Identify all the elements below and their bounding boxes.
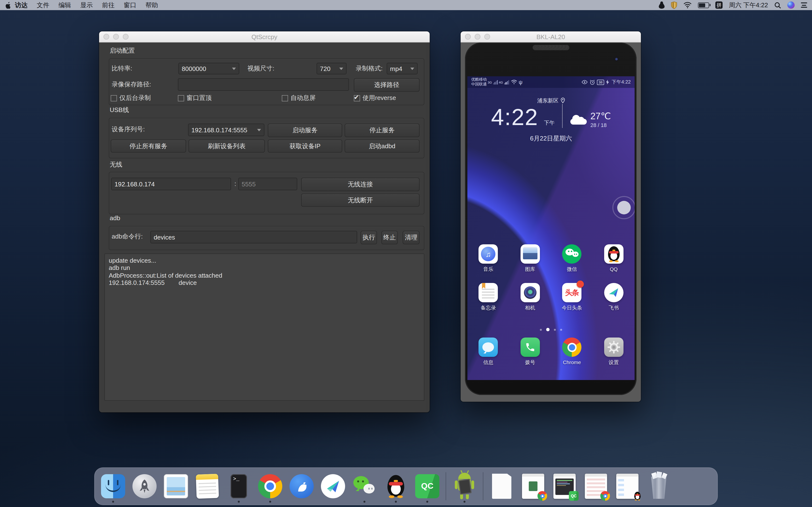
battery-percent: 38	[597, 79, 604, 85]
get-device-ip-button[interactable]: 获取设备IP	[268, 139, 342, 153]
siri-icon[interactable]	[788, 1, 795, 9]
camera-icon	[520, 283, 540, 302]
ip-port-separator: :	[235, 179, 236, 189]
dock-finder-icon[interactable]	[100, 471, 126, 501]
qtscrcpy-titlebar[interactable]: QtScrcpy	[99, 32, 430, 43]
menu-bar-clock[interactable]: 周六 下午4:22	[729, 1, 768, 9]
zoom-button[interactable]	[484, 34, 490, 40]
dock-minimized-qt-creator-window[interactable]: QC	[552, 471, 577, 501]
start-adbd-button[interactable]: 启动adbd	[345, 139, 419, 153]
app-label: 微信	[567, 266, 577, 273]
checkbox-use-reverse[interactable]: 使用reverse	[354, 94, 396, 102]
app-menus: 访达 文件 编辑 显示 前往 窗口 帮助	[15, 1, 158, 9]
adb-log-output[interactable]: update devices... adb run AdbProcess::ou…	[104, 253, 424, 401]
checkbox-background-record[interactable]: 仅后台录制	[111, 94, 151, 102]
weather-location[interactable]: 浦东新区	[467, 97, 635, 104]
menu-window[interactable]: 窗口	[124, 1, 136, 9]
app-dialer[interactable]: 拨号	[509, 338, 551, 366]
record-format-label: 录制格式:	[356, 63, 383, 74]
minimize-button[interactable]	[113, 34, 119, 40]
phone-window-titlebar[interactable]: BKL-AL20	[461, 32, 641, 43]
wechat-icon	[562, 244, 582, 264]
dock-minimized-qq-window[interactable]	[614, 471, 641, 501]
app-label: 图库	[525, 266, 535, 273]
window-title: QtScrcpy	[252, 33, 277, 40]
refresh-device-list-button[interactable]: 刷新设备列表	[189, 139, 265, 153]
minimize-button[interactable]	[475, 34, 480, 40]
dock-wechat-icon[interactable]	[351, 471, 377, 501]
dock-launchpad-icon[interactable]	[132, 471, 158, 501]
dock-chrome-icon[interactable]	[257, 471, 283, 501]
stop-all-services-button[interactable]: 停止所有服务	[111, 139, 186, 153]
adb-clear-button[interactable]: 清理	[403, 231, 419, 244]
dock-terminal-icon[interactable]: >_	[226, 471, 252, 501]
app-chrome[interactable]: Chrome	[551, 338, 593, 366]
record-format-combobox[interactable]: mp4	[387, 63, 418, 74]
choose-path-button[interactable]: 选择路径	[354, 78, 419, 92]
adb-command-input[interactable]	[150, 231, 357, 243]
stop-service-button[interactable]: 停止服务	[345, 124, 419, 137]
dock-qt-creator-icon[interactable]: QC	[414, 471, 440, 501]
zoom-button[interactable]	[123, 34, 129, 40]
settings-gear-icon	[604, 338, 623, 357]
shield-status-icon[interactable]	[671, 1, 677, 9]
dock-minimized-document[interactable]	[489, 471, 515, 501]
menu-go[interactable]: 前往	[102, 1, 114, 9]
dock-scrcpy-android-icon[interactable]	[451, 471, 477, 501]
wireless-port-input[interactable]	[238, 178, 297, 190]
record-path-input[interactable]	[178, 78, 349, 91]
qq-penguin-status-icon[interactable]	[659, 1, 665, 9]
start-service-button[interactable]: 启动服务	[268, 124, 342, 137]
app-notes[interactable]: 备忘录	[467, 283, 509, 312]
app-feishu[interactable]: 飞书	[593, 283, 635, 312]
bitrate-combobox[interactable]: 8000000	[179, 63, 239, 74]
app-label: 音乐	[483, 266, 494, 273]
device-serial-value: 192.168.0.174:5555	[191, 126, 247, 133]
checkbox-window-on-top[interactable]: 窗口置顶	[178, 94, 212, 102]
menu-edit[interactable]: 编辑	[58, 1, 71, 9]
assistive-touch-ball[interactable]	[612, 196, 635, 219]
apple-menu-icon[interactable]	[5, 1, 11, 9]
phone-screen[interactable]: 优酷移动 中国联通 3G 4G ψ	[467, 76, 635, 380]
wireless-connect-button[interactable]: 无线连接	[301, 178, 419, 191]
dock-minimized-chrome-window[interactable]	[520, 471, 546, 501]
notification-center-icon[interactable]	[801, 1, 807, 9]
app-camera[interactable]: 相机	[509, 283, 551, 312]
app-settings[interactable]: 设置	[593, 338, 635, 366]
wireless-ip-input[interactable]	[111, 178, 231, 190]
dock-paper-plane-app-icon[interactable]	[320, 471, 346, 501]
app-music[interactable]: ♫ 音乐	[467, 244, 509, 273]
close-button[interactable]	[465, 34, 471, 40]
adb-stop-button[interactable]: 终止	[382, 231, 398, 244]
menu-help[interactable]: 帮助	[146, 1, 158, 9]
dock-trash-icon[interactable]	[646, 471, 672, 501]
adb-run-button[interactable]: 执行	[361, 231, 377, 244]
gallery-icon	[520, 244, 540, 264]
qtscrcpy-content: 启动配置 比特率: 8000000 视频尺寸: 720 录制格式: mp4 录像…	[99, 43, 430, 412]
app-qq[interactable]: QQ	[593, 244, 635, 273]
device-serial-combobox[interactable]: 192.168.0.174:5555	[188, 124, 264, 136]
dock-qq-icon[interactable]	[383, 471, 409, 501]
app-messages[interactable]: 信息	[467, 338, 509, 366]
menu-finder[interactable]: 访达	[15, 1, 28, 9]
clock-widget[interactable]: 4:22 下午 27℃ 28 / 18	[467, 104, 635, 129]
app-gallery[interactable]: 图库	[509, 244, 551, 273]
wifi-status-icon[interactable]	[683, 1, 692, 9]
video-size-combobox[interactable]: 720	[317, 63, 347, 74]
input-method-icon[interactable]: 拼	[715, 1, 723, 9]
dock-mail-icon[interactable]	[163, 471, 189, 501]
battery-status-icon[interactable]	[698, 2, 709, 8]
menu-file[interactable]: 文件	[37, 1, 49, 9]
checkbox-label: 窗口置顶	[187, 94, 212, 102]
checkbox-auto-screen-off[interactable]: 自动息屏	[282, 94, 316, 102]
app-toutiao[interactable]: 头条 1 今日头条	[551, 283, 593, 312]
menu-view[interactable]: 显示	[80, 1, 93, 9]
close-button[interactable]	[103, 34, 109, 40]
desktop: 访达 文件 编辑 显示 前往 窗口 帮助 拼 周六 下午4:22	[0, 0, 812, 507]
app-wechat[interactable]: 微信	[551, 244, 593, 273]
dock-notes-icon[interactable]	[194, 471, 220, 501]
spotlight-search-icon[interactable]	[774, 1, 781, 9]
dock-minimized-browser-window[interactable]	[583, 471, 609, 501]
dock-sea-lion-app-icon[interactable]	[289, 471, 315, 501]
wireless-disconnect-button[interactable]: 无线断开	[301, 193, 419, 207]
